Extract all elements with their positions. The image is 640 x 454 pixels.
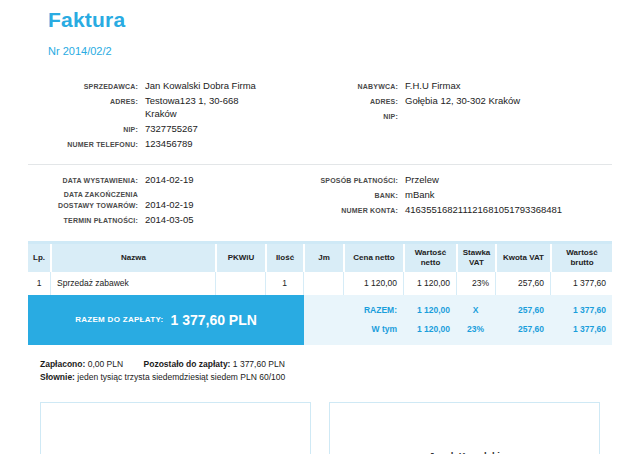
cell-pkwiu (215, 272, 265, 295)
delivery-date-label: DATA ZAKOŃCZENIA DOSTAWY TOWARÓW: (28, 189, 138, 211)
col-cena-netto: Cena netto (343, 244, 403, 272)
in-words-value: jeden tysiąc trzysta siedemdziesiąt sied… (77, 372, 285, 382)
col-jm: Jm (303, 244, 343, 272)
table-header-row: Lp. Nazwa PKWiU Ilość Jm Cena netto Wart… (28, 244, 612, 272)
col-wartosc-brutto: Wartość brutto (550, 244, 612, 272)
buyer-address-field: ADRES: Gołębia 12, 30-302 Kraków (310, 95, 612, 107)
col-wartosc-netto: Wartość netto (403, 244, 456, 272)
cell-wartosc-brutto: 1 377,60 (550, 272, 612, 295)
seller-nip-field: NIP: 7327755267 (28, 123, 310, 135)
seller-phone-label: NUMER TELEFONU: (28, 139, 138, 150)
summary-razem-kwota: 257,60 (495, 305, 550, 315)
buyer-nip-field: NIP: (310, 111, 612, 122)
due-date-field: TERMIN PŁATNOŚCI: 2014-03-05 (28, 214, 310, 226)
seller-block: SPRZEDAWCA: Jan Kowalski Dobra Firma ADR… (28, 80, 310, 154)
summary-razem-netto: 1 120,00 (403, 305, 456, 315)
buyer-block: NABYWCA: F.H.U Firmax ADRES: Gołębia 12,… (310, 80, 612, 154)
summary-wtym-stawka: 23% (456, 324, 495, 334)
details-section: DATA WYSTAWIENIA: 2014-02-19 DATA ZAKOŃC… (28, 164, 612, 230)
remaining-label: Pozostało do zapłaty: (144, 359, 231, 369)
totals-band: RAZEM DO ZAPŁATY: 1 377,60 PLN RAZEM: 1 … (28, 295, 612, 345)
seller-name-value: Jan Kowalski Dobra Firma (145, 80, 256, 92)
due-date-value: 2014-03-05 (145, 214, 194, 226)
summary-row-wtym: W tym 1 120,00 23% 257,60 1 377,60 (304, 324, 612, 334)
buyer-nip-label: NIP: (310, 111, 398, 122)
seller-label: SPRZEDAWCA: (28, 81, 138, 92)
invoice-header: Faktura Nr 2014/02/2 (0, 0, 640, 57)
remaining-value: 1 377,60 PLN (233, 359, 285, 369)
seller-phone-field: NUMER TELEFONU: 123456789 (28, 138, 310, 150)
in-words-line: Słownie: jeden tysiąc trzysta siedemdzie… (40, 371, 612, 384)
seller-address-label: ADRES: (28, 96, 138, 107)
due-date-label: TERMIN PŁATNOŚCI: (28, 215, 138, 226)
signature-box-issuer: Janek Kowalski imię, nazwisko i podpis o… (329, 402, 600, 454)
dates-block: DATA WYSTAWIENIA: 2014-02-19 DATA ZAKOŃC… (28, 174, 310, 230)
page-title: Faktura (48, 8, 640, 32)
signatures-section: imię, nazwisko i podpis osoby upoważnion… (40, 402, 600, 454)
seller-address-value: Testowa123 1, 30-668 Kraków (145, 95, 238, 120)
bank-value: mBank (405, 189, 435, 201)
cell-jm (303, 272, 343, 295)
cell-ilosc: 1 (265, 272, 303, 295)
items-table: Lp. Nazwa PKWiU Ilość Jm Cena netto Wart… (28, 244, 612, 295)
payment-method-label: SPOSÓB PŁATNOŚCI: (310, 175, 398, 186)
cell-stawka-vat: 23% (456, 272, 495, 295)
summary-razem-stawka: X (456, 305, 495, 315)
summary-razem-label: RAZEM: (304, 305, 403, 315)
summary-wtym-kwota: 257,60 (495, 324, 550, 334)
account-number-field: NUMER KONTA: 416355168211121681051793368… (310, 204, 612, 216)
col-lp: Lp. (28, 244, 50, 272)
buyer-address-label: ADRES: (310, 96, 398, 107)
bank-label: BANK: (310, 190, 398, 201)
vat-summary: RAZEM: 1 120,00 X 257,60 1 377,60 W tym … (304, 295, 612, 345)
issue-date-value: 2014-02-19 (145, 174, 194, 186)
total-due-label: RAZEM DO ZAPŁATY: (75, 315, 163, 324)
issue-date-label: DATA WYSTAWIENIA: (28, 175, 138, 186)
seller-name-field: SPRZEDAWCA: Jan Kowalski Dobra Firma (28, 80, 310, 92)
total-due-value: 1 377,60 PLN (170, 312, 256, 328)
cell-nazwa: Sprzedaż zabawek (50, 272, 215, 295)
parties-section: SPRZEDAWCA: Jan Kowalski Dobra Firma ADR… (28, 80, 612, 154)
col-stawka-vat: Stawka VAT (456, 244, 495, 272)
in-words-label: Słownie: (40, 372, 75, 382)
summary-wtym-brutto: 1 377,60 (550, 324, 612, 334)
issue-date-field: DATA WYSTAWIENIA: 2014-02-19 (28, 174, 310, 186)
col-nazwa: Nazwa (50, 244, 215, 272)
paid-label: Zapłacono: (40, 359, 85, 369)
col-pkwiu: PKWiU (215, 244, 265, 272)
paid-line: Zapłacono: 0,00 PLN Pozostało do zapłaty… (40, 358, 612, 371)
cell-cena-netto: 1 120,00 (343, 272, 403, 295)
seller-address-field: ADRES: Testowa123 1, 30-668 Kraków (28, 95, 310, 120)
account-number-label: NUMER KONTA: (310, 205, 398, 216)
payment-method-value: Przelew (405, 174, 439, 186)
col-ilosc: Ilość (265, 244, 303, 272)
cell-lp: 1 (28, 272, 50, 295)
seller-phone-value: 123456789 (145, 138, 193, 150)
seller-nip-value: 7327755267 (145, 123, 198, 135)
seller-nip-label: NIP: (28, 124, 138, 135)
buyer-name-value: F.H.U Firmax (405, 80, 460, 92)
signature-box-receiver: imię, nazwisko i podpis osoby upoważnion… (40, 402, 311, 454)
items-table-wrap: Lp. Nazwa PKWiU Ilość Jm Cena netto Wart… (28, 241, 612, 295)
invoice-page: Faktura Nr 2014/02/2 SPRZEDAWCA: Jan Kow… (0, 0, 640, 454)
account-number-value: 416355168211121681051793368481 (405, 204, 562, 216)
payment-method-field: SPOSÓB PŁATNOŚCI: Przelew (310, 174, 612, 186)
buyer-name-field: NABYWCA: F.H.U Firmax (310, 80, 612, 92)
summary-wtym-netto: 1 120,00 (403, 324, 456, 334)
issuer-name: Janek Kowalski (330, 450, 599, 454)
paid-value: 0,00 PLN (88, 359, 123, 369)
invoice-number: Nr 2014/02/2 (48, 45, 640, 57)
buyer-label: NABYWCA: (310, 81, 398, 92)
table-row: 1 Sprzedaż zabawek 1 1 120,00 1 120,00 2… (28, 272, 612, 295)
payment-block: SPOSÓB PŁATNOŚCI: Przelew BANK: mBank NU… (310, 174, 612, 230)
delivery-date-value: 2014-02-19 (145, 199, 194, 211)
summary-row-razem: RAZEM: 1 120,00 X 257,60 1 377,60 (304, 305, 612, 315)
total-due-box: RAZEM DO ZAPŁATY: 1 377,60 PLN (28, 295, 304, 345)
bank-field: BANK: mBank (310, 189, 612, 201)
cell-wartosc-netto: 1 120,00 (403, 272, 456, 295)
paid-section: Zapłacono: 0,00 PLN Pozostało do zapłaty… (40, 358, 612, 384)
cell-kwota-vat: 257,60 (495, 272, 550, 295)
col-kwota-vat: Kwota VAT (495, 244, 550, 272)
summary-wtym-label: W tym (304, 324, 403, 334)
buyer-address-value: Gołębia 12, 30-302 Kraków (405, 95, 520, 107)
